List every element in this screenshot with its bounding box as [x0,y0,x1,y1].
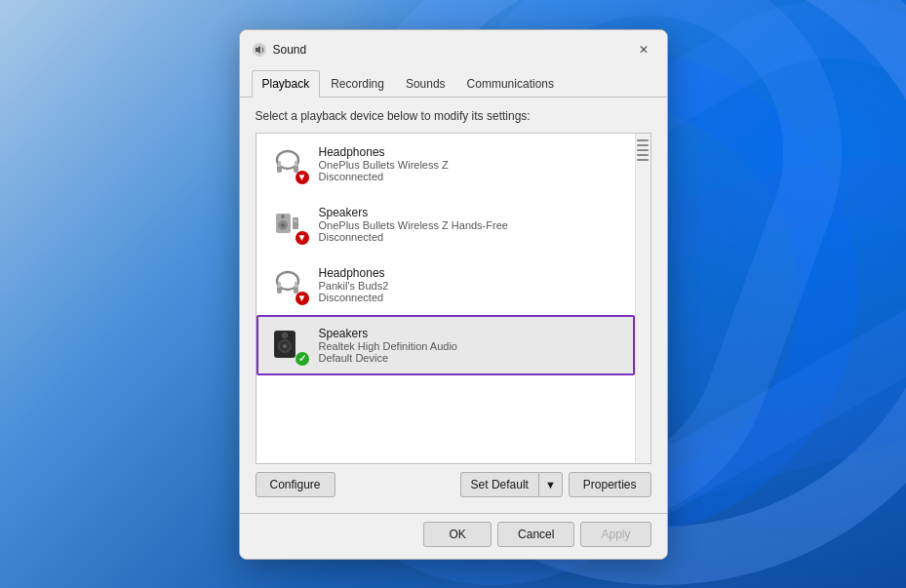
device-name-2: Speakers [319,206,623,219]
properties-button[interactable]: Properties [569,472,651,497]
configure-button[interactable]: Configure [256,472,335,497]
device-name-1: Headphones [319,145,623,159]
device-info-4: Speakers Realtek High Definition Audio D… [319,327,623,364]
tab-recording[interactable]: Recording [320,70,395,98]
device-icon-wrap-4: ✓ [268,325,309,366]
device-info-1: Headphones OnePlus Bullets Wireless Z Di… [319,145,623,182]
scrollbar[interactable] [635,134,650,463]
device-item-speakers-2[interactable]: ✓ Speakers Realtek High Definition Audio… [256,315,635,375]
dialog-body: Select a playback device below to modify… [240,98,667,513]
title-bar-left: Sound [252,42,307,58]
device-status-3: Disconnected [319,292,623,303]
device-icon-wrap-3: ▼ [268,264,309,305]
dialog-overlay: Sound ✕ Playback Recording Sounds Commun… [0,0,906,588]
device-desc-2: OnePlus Bullets Wireless Z Hands-Free [319,219,623,231]
device-item-headphones-2[interactable]: ▼ Headphones Pankil's Buds2 Disconnected [256,255,635,315]
status-badge-3: ▼ [295,292,309,305]
set-default-arrow[interactable]: ▼ [538,472,563,497]
device-desc-3: Pankil's Buds2 [319,280,623,292]
device-name-4: Speakers [319,327,623,340]
device-icon-wrap-1: ▼ [268,143,309,184]
device-desc-4: Realtek High Definition Audio [319,340,623,352]
svg-point-9 [281,215,285,218]
svg-rect-4 [278,161,281,167]
svg-point-23 [283,333,286,336]
title-bar: Sound ✕ [240,30,667,69]
tab-playback[interactable]: Playback [252,70,321,98]
device-icon-wrap-2: ▼ [268,204,309,245]
bottom-controls: Configure Set Default ▼ Properties [256,464,651,501]
device-desc-1: OnePlus Bullets Wireless Z [319,159,623,171]
svg-rect-11 [294,219,297,222]
device-status-1: Disconnected [319,171,623,182]
device-item-headphones-1[interactable]: ▼ Headphones OnePlus Bullets Wireless Z … [256,134,635,194]
device-status-4: Default Device [319,352,623,364]
scroll-indicator [637,136,649,165]
svg-point-21 [283,344,287,348]
dialog-title: Sound [273,43,307,57]
tab-sounds[interactable]: Sounds [395,70,456,98]
device-list: ▼ Headphones OnePlus Bullets Wireless Z … [256,134,635,463]
svg-point-8 [281,223,285,227]
svg-rect-16 [295,282,297,288]
device-item-speakers-1[interactable]: ▼ Speakers OnePlus Bullets Wireless Z Ha… [256,194,635,255]
status-badge-2: ▼ [295,231,309,245]
instruction-text: Select a playback device below to modify… [256,109,651,123]
status-badge-4: ✓ [295,352,309,366]
device-info-3: Headphones Pankil's Buds2 Disconnected [319,266,623,303]
device-info-2: Speakers OnePlus Bullets Wireless Z Hand… [319,206,623,243]
ok-button[interactable]: OK [423,522,492,547]
cancel-button[interactable]: Cancel [497,522,574,547]
sound-icon [252,42,267,58]
svg-rect-15 [278,282,281,288]
close-button[interactable]: ✕ [632,38,655,61]
dialog-footer: OK Cancel Apply [240,513,667,559]
device-status-2: Disconnected [319,231,623,243]
device-name-3: Headphones [319,266,623,280]
set-default-group: Set Default ▼ [460,472,563,497]
tabs-bar: Playback Recording Sounds Communications [240,69,667,98]
svg-rect-10 [293,217,298,229]
set-default-button[interactable]: Set Default [460,472,538,497]
device-list-container: ▼ Headphones OnePlus Bullets Wireless Z … [256,133,651,464]
tab-communications[interactable]: Communications [456,70,565,98]
apply-button: Apply [580,522,650,547]
sound-dialog: Sound ✕ Playback Recording Sounds Commun… [239,29,668,560]
status-badge-1: ▼ [295,171,309,184]
svg-rect-5 [295,161,297,167]
